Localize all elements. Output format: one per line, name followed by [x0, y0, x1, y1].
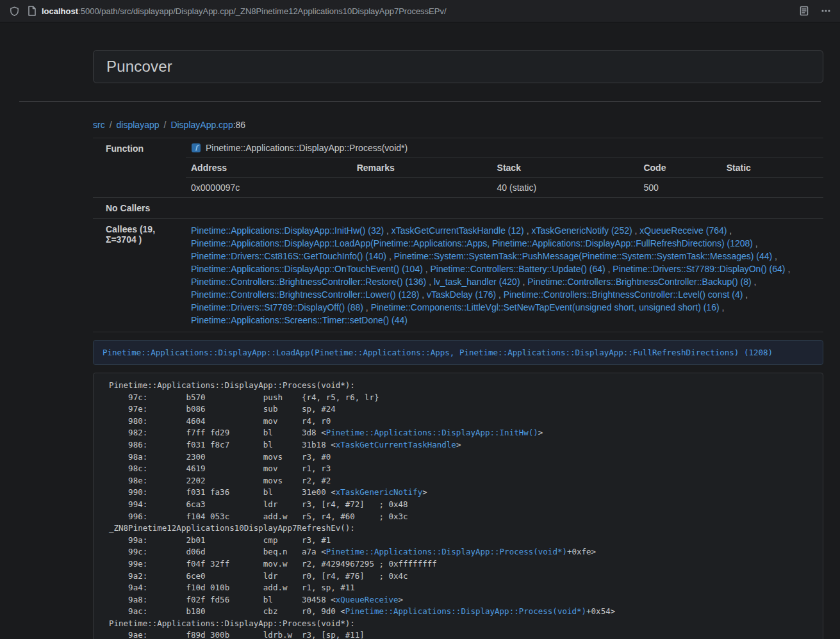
function-name: Pinetime::Applications::DisplayApp::Proc… — [206, 143, 408, 153]
app-header: Puncover — [93, 50, 823, 83]
breadcrumb-link-file[interactable]: DisplayApp.cpp — [170, 120, 233, 130]
address-bar[interactable]: localhost:5000/path/src/displayapp/Displ… — [28, 6, 791, 16]
callee-separator: , — [384, 225, 391, 236]
callee-link[interactable]: Pinetime::Components::LittleVgl::SetNewT… — [371, 302, 720, 312]
callee-separator: , — [520, 277, 528, 287]
code-symbol-link[interactable]: Pinetime::Applications::DisplayApp::Init… — [326, 428, 538, 437]
highlighted-symbol-panel: Pinetime::Applications::DisplayApp::Load… — [93, 340, 823, 365]
no-callers-row: No Callers — [93, 198, 823, 219]
callee-separator: , — [426, 277, 434, 287]
callee-separator: , — [743, 289, 748, 300]
callee-link[interactable]: Pinetime::Controllers::BrightnessControl… — [191, 289, 419, 300]
disassembly-code: Pinetime::Applications::DisplayApp::Proc… — [93, 373, 823, 639]
callee-link[interactable]: Pinetime::Drivers::St7789::DisplayOn() (… — [613, 264, 785, 274]
url-host: localhost — [42, 6, 78, 16]
symbol-detail-table: Function f Pinetime::Applications::Displ… — [93, 138, 823, 332]
callees-label: Callees (19, Σ=3704 ) — [93, 219, 186, 332]
breadcrumb-link-displayapp[interactable]: displayapp — [117, 120, 160, 130]
callee-separator: , — [363, 302, 371, 312]
callee-separator: , — [524, 225, 532, 236]
url-path: :5000/path/src/displayapp/DisplayApp.cpp… — [78, 6, 447, 16]
callee-link[interactable]: Pinetime::Applications::DisplayApp::Init… — [191, 225, 384, 236]
browser-chrome: localhost:5000/path/src/displayapp/Displ… — [0, 0, 840, 22]
callee-link[interactable]: Pinetime::System::SystemTask::PushMessag… — [394, 251, 773, 261]
callee-link[interactable]: Pinetime::Applications::DisplayApp::OnTo… — [191, 264, 423, 274]
stats-header-remarks: Remarks — [352, 158, 492, 178]
stats-header-static: Static — [721, 158, 823, 178]
breadcrumb-link-src[interactable]: src — [93, 120, 105, 130]
app-title: Puncover — [106, 58, 172, 76]
stats-remarks-value — [352, 178, 492, 198]
overflow-menu-icon[interactable] — [821, 6, 831, 16]
callee-link[interactable]: Pinetime::Controllers::Battery::Update()… — [431, 264, 605, 274]
stats-value-row: 0x0000097c 40 (static) 500 — [186, 178, 823, 198]
callee-separator: , — [727, 225, 732, 236]
callee-separator: , — [753, 238, 758, 248]
reader-mode-icon[interactable] — [799, 6, 809, 16]
divider — [19, 101, 821, 102]
callee-separator: , — [423, 264, 431, 274]
callee-separator: , — [786, 264, 791, 274]
code-symbol-link[interactable]: Pinetime::Applications::DisplayApp::Proc… — [345, 606, 586, 616]
callees-row: Callees (19, Σ=3704 ) Pinetime::Applicat… — [93, 219, 823, 332]
stats-code-value: 500 — [638, 178, 721, 198]
breadcrumb-separator: / — [164, 120, 167, 130]
callee-link[interactable]: xTaskGenericNotify (252) — [531, 225, 632, 236]
security-shield-icon[interactable] — [9, 6, 20, 17]
callee-separator: , — [632, 225, 640, 236]
code-symbol-link[interactable]: xTaskGenericNotify — [336, 487, 422, 497]
stats-address-value: 0x0000097c — [186, 178, 352, 198]
no-callers-label: No Callers — [93, 198, 186, 219]
callee-link[interactable]: xQueueReceive (764) — [639, 225, 727, 236]
chrome-actions — [799, 6, 831, 16]
function-title: f Pinetime::Applications::DisplayApp::Pr… — [186, 138, 823, 158]
callee-link[interactable]: Pinetime::Drivers::Cst816S::GetTouchInfo… — [191, 251, 386, 261]
function-row: Function f Pinetime::Applications::Displ… — [93, 138, 823, 198]
stats-header-row: Address Remarks Stack Code Static — [186, 158, 823, 178]
callee-link[interactable]: Pinetime::Drivers::St7789::DisplayOff() … — [191, 302, 363, 312]
breadcrumb-separator: / — [110, 120, 112, 130]
stats-header-stack: Stack — [492, 158, 639, 178]
callee-separator: , — [752, 277, 757, 287]
function-stats-table: Address Remarks Stack Code Static 0x0000… — [186, 158, 823, 197]
function-icon: f — [191, 143, 201, 153]
url-text: localhost:5000/path/src/displayapp/Displ… — [42, 6, 447, 16]
callee-link[interactable]: Pinetime::Applications::Screens::Timer::… — [191, 315, 408, 325]
breadcrumb: src/displayapp/DisplayApp.cpp:86 — [93, 120, 823, 130]
callee-separator: , — [419, 289, 427, 300]
code-symbol-link[interactable]: xTaskGetCurrentTaskHandle — [336, 440, 456, 449]
no-callers-value — [186, 198, 823, 219]
callee-separator: , — [496, 289, 504, 300]
callee-separator: , — [605, 264, 613, 274]
breadcrumb-line-number: :86 — [233, 120, 245, 130]
callee-link[interactable]: Pinetime::Applications::DisplayApp::Load… — [191, 238, 753, 248]
callee-separator: , — [720, 302, 725, 312]
callees-list: Pinetime::Applications::DisplayApp::Init… — [186, 219, 823, 332]
stats-header-code: Code — [638, 158, 721, 178]
function-row-label: Function — [93, 138, 186, 198]
callee-link[interactable]: xTaskGetCurrentTaskHandle (12) — [391, 225, 524, 236]
stats-header-address: Address — [186, 158, 352, 178]
callee-link[interactable]: Pinetime::Controllers::BrightnessControl… — [527, 277, 751, 287]
page-icon — [28, 6, 37, 16]
code-symbol-link[interactable]: Pinetime::Applications::DisplayApp::Proc… — [326, 547, 567, 556]
highlighted-symbol-link[interactable]: Pinetime::Applications::DisplayApp::Load… — [103, 348, 773, 357]
callee-link[interactable]: vTaskDelay (176) — [427, 289, 496, 300]
callee-separator: , — [386, 251, 394, 261]
stats-stack-value: 40 (static) — [492, 178, 639, 198]
callee-link[interactable]: Pinetime::Controllers::BrightnessControl… — [191, 277, 426, 287]
callee-link[interactable]: Pinetime::Controllers::BrightnessControl… — [504, 289, 743, 300]
callee-separator: , — [772, 251, 777, 261]
code-symbol-link[interactable]: xQueueReceive — [336, 595, 399, 604]
stats-static-value — [721, 178, 823, 198]
callee-link[interactable]: lv_task_handler (420) — [434, 277, 520, 287]
